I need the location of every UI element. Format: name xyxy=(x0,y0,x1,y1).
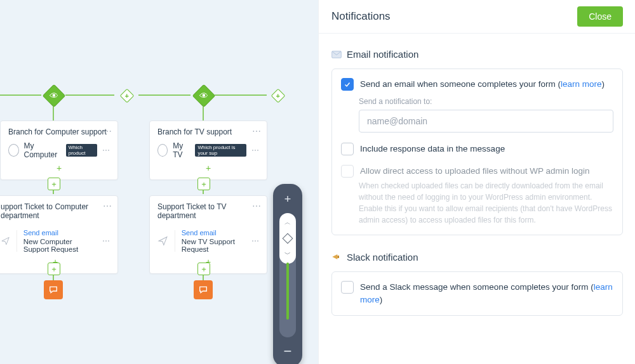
add-node-below-1[interactable]: + xyxy=(48,178,60,190)
direct-access-label: Allow direct access to uploaded files wi… xyxy=(360,165,589,178)
zoom-level-indicator xyxy=(286,263,289,320)
row-menu-icon[interactable]: ⋯ xyxy=(102,146,110,155)
chat-icon xyxy=(48,285,58,295)
send-email-checkbox[interactable] xyxy=(341,78,354,91)
learn-more-link[interactable]: learn more xyxy=(561,79,602,89)
branch-card-computer[interactable]: ⋯ Branch for Computer support My Compute… xyxy=(0,120,118,180)
branch-item-label: My Computer xyxy=(24,141,61,159)
end-node-chat-1[interactable] xyxy=(44,280,63,299)
condition-node-1[interactable]: 👁 xyxy=(43,84,66,108)
add-inside-icon[interactable]: + xyxy=(157,163,259,173)
send-slack-label: Send a Slack message when someone comple… xyxy=(360,281,613,307)
add-node-below-3[interactable]: + xyxy=(48,263,60,275)
email-subject: New Computer Support Request xyxy=(23,238,96,253)
chat-icon xyxy=(198,285,208,295)
condition-chip: Which product xyxy=(66,144,97,157)
slack-settings-box: Send a Slack message when someone comple… xyxy=(331,271,623,316)
chevron-up-icon: ︿ xyxy=(284,218,291,227)
zoom-out-button[interactable]: − xyxy=(273,341,302,361)
zoom-in-button[interactable]: + xyxy=(273,189,302,209)
check-icon xyxy=(344,81,351,88)
svg-rect-1 xyxy=(337,256,339,258)
include-response-label: Include response data in the message xyxy=(360,143,505,155)
condition-node-2[interactable]: 👁 xyxy=(192,84,216,108)
branch-card-tv[interactable]: ⋯ Branch for TV support My TV Which prod… xyxy=(149,120,267,180)
megaphone-icon xyxy=(331,252,342,261)
email-icon xyxy=(331,50,342,59)
add-node-diamond-1[interactable]: + xyxy=(120,89,135,103)
handle-grip-icon xyxy=(283,233,293,244)
panel-title: Notifications xyxy=(331,10,391,23)
send-slack-checkbox[interactable] xyxy=(341,281,354,294)
branch-title: Branch for TV support xyxy=(157,127,259,136)
add-inside-icon[interactable]: + xyxy=(8,163,110,173)
add-node-diamond-2[interactable]: + xyxy=(271,89,286,103)
card-menu-icon[interactable]: ⋯ xyxy=(252,126,262,136)
eye-icon: 👁 xyxy=(50,91,58,100)
eye-icon: 👁 xyxy=(199,91,208,100)
row-menu-icon[interactable]: ⋯ xyxy=(251,237,259,245)
branch-item-label: My TV xyxy=(173,141,190,159)
slack-section-title: Slack notification xyxy=(331,252,623,263)
email-subject: New TV Support Request xyxy=(182,238,245,253)
panel-header: Notifications Close xyxy=(319,0,635,34)
notifications-panel: Notifications Close Email notification S… xyxy=(318,0,635,364)
send-to-label: Send a notification to: xyxy=(359,97,613,106)
add-node-below-2[interactable]: + xyxy=(197,178,210,190)
ticket-title: Support Ticket to TV department xyxy=(157,202,259,220)
zoom-handle[interactable]: ︿ ﹀ xyxy=(279,213,296,264)
close-button[interactable]: Close xyxy=(577,6,623,27)
workflow-canvas[interactable]: 👁 + 👁 + ⋯ Branch for Computer support My… xyxy=(0,0,318,364)
ticket-title: upport Ticket to Computer department xyxy=(1,202,110,220)
add-node-below-4[interactable]: + xyxy=(197,263,210,275)
row-menu-icon[interactable]: ⋯ xyxy=(251,146,259,155)
email-settings-box: Send an email when someone completes you… xyxy=(331,68,623,235)
branch-title: Branch for Computer support xyxy=(8,127,110,136)
end-node-chat-2[interactable] xyxy=(194,280,213,299)
chevron-down-icon: ﹀ xyxy=(284,250,291,259)
paper-plane-icon xyxy=(1,234,10,248)
include-response-checkbox[interactable] xyxy=(341,143,354,155)
direct-access-note: When checked uploaded files can be direc… xyxy=(359,180,613,226)
send-email-label: Send email xyxy=(23,229,96,237)
paper-plane-icon xyxy=(157,234,168,248)
port-icon xyxy=(8,144,19,157)
row-menu-icon[interactable]: ⋯ xyxy=(102,237,110,245)
zoom-track[interactable]: ︿ ﹀ xyxy=(279,213,296,337)
card-menu-icon[interactable]: ⋯ xyxy=(103,126,112,136)
email-section-title: Email notification xyxy=(331,49,623,60)
notification-email-input[interactable] xyxy=(359,110,613,133)
zoom-control[interactable]: + ︿ ﹀ − xyxy=(273,184,302,364)
card-menu-icon[interactable]: ⋯ xyxy=(103,201,112,211)
port-icon xyxy=(157,144,168,157)
condition-chip: Which product is your sup xyxy=(195,144,246,157)
card-menu-icon[interactable]: ⋯ xyxy=(252,201,262,211)
send-email-label: Send an email when someone completes you… xyxy=(360,78,605,91)
send-email-label: Send email xyxy=(182,229,245,237)
direct-access-checkbox[interactable] xyxy=(341,165,354,178)
